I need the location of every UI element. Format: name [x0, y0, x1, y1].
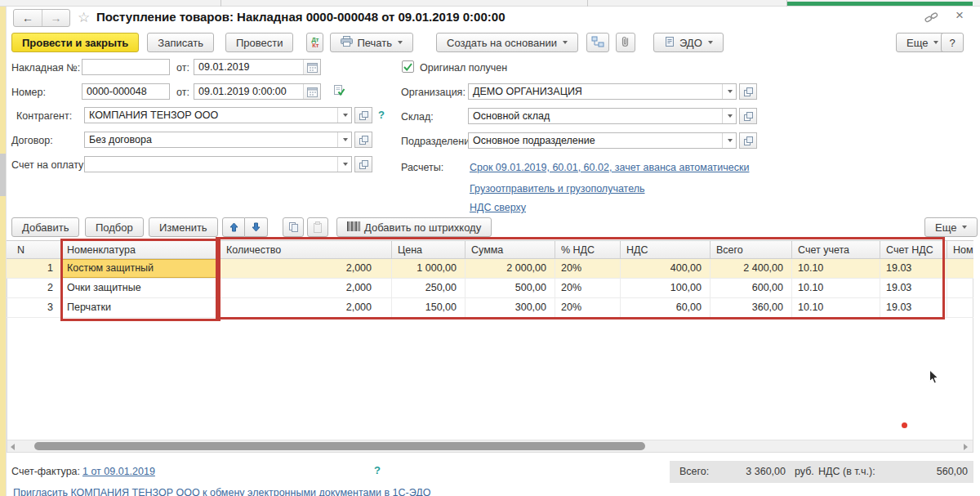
chevron-down-icon[interactable]	[722, 109, 736, 123]
post-and-close-button[interactable]: Провести и закрыть	[11, 33, 139, 52]
invoice-date-value[interactable]: 09.01.2019	[194, 61, 303, 73]
contract-open-button[interactable]	[354, 132, 372, 148]
edo-button[interactable]: ЭДО	[653, 33, 724, 52]
original-received-label[interactable]: Оригинал получен	[420, 62, 507, 74]
edit-button[interactable]: Изменить	[149, 217, 218, 237]
calendar-icon[interactable]	[303, 60, 320, 74]
pick-button[interactable]: Подбор	[85, 217, 144, 237]
scrollbar-thumb[interactable]	[34, 442, 645, 450]
number-field[interactable]: 0000-000048	[82, 83, 170, 100]
department-open-button[interactable]	[739, 132, 757, 149]
cell-vat-account[interactable]: 19.03	[880, 298, 947, 318]
move-down-button[interactable]	[245, 217, 268, 237]
cell-price[interactable]: 1 000,00	[392, 259, 466, 279]
chevron-down-icon[interactable]	[337, 157, 351, 172]
counterparty-open-button[interactable]	[354, 107, 372, 123]
cell-vat[interactable]: 100,00	[621, 279, 710, 298]
cell-nomenclature-selected[interactable]: Костюм защитный	[61, 259, 220, 279]
back-button[interactable]: ←	[14, 10, 42, 26]
move-up-button[interactable]	[222, 217, 245, 237]
department-value[interactable]: Основное подразделение	[469, 135, 722, 146]
invoice-date-field[interactable]: 09.01.2019	[194, 59, 321, 75]
cell-sum[interactable]: 2 000,00	[466, 259, 555, 279]
paste-rows-button[interactable]	[307, 217, 328, 237]
cell-account[interactable]: 10.10	[792, 298, 880, 318]
cell-sum[interactable]: 500,00	[466, 279, 555, 298]
cell-n[interactable]: 1	[7, 259, 61, 279]
write-button[interactable]: Записать	[147, 33, 214, 52]
doc-datetime-value[interactable]: 09.01.2019 0:00:00	[194, 86, 303, 97]
get-link-icon[interactable]	[924, 11, 938, 26]
cell-account[interactable]: 10.10	[792, 279, 880, 298]
warehouse-open-button[interactable]	[739, 108, 757, 124]
cell-price[interactable]: 150,00	[392, 298, 466, 318]
scroll-left-icon[interactable]	[11, 444, 15, 450]
calendar-icon[interactable]	[303, 84, 320, 99]
edo-invite-link[interactable]: Пригласить КОМПАНИЯ ТЕНЗОР ООО к обмену …	[13, 487, 430, 496]
help-button[interactable]: ?	[941, 33, 964, 52]
add-by-barcode-button[interactable]: Добавить по штрихкоду	[336, 217, 492, 237]
payment-invoice-open-button[interactable]	[354, 156, 372, 172]
more-button-table[interactable]: Еще	[924, 217, 978, 237]
cell-total[interactable]: 2 400,00	[710, 259, 792, 279]
cell-nomenclature[interactable]: Перчатки	[61, 298, 220, 318]
warehouse-combobox[interactable]: Основной склад	[468, 108, 737, 124]
cell-quantity[interactable]: 2,000	[220, 298, 392, 318]
cell-vat-account[interactable]: 19.03	[880, 259, 947, 279]
doc-datetime-field[interactable]: 09.01.2019 0:00:00	[194, 83, 321, 100]
add-row-button[interactable]: Добавить	[11, 217, 79, 237]
scroll-right-icon[interactable]	[964, 444, 968, 450]
original-received-checkbox[interactable]	[402, 60, 414, 73]
print-button[interactable]: Печать	[330, 33, 413, 52]
counterparty-help-link[interactable]: ?	[378, 109, 385, 121]
counterparty-value[interactable]: КОМПАНИЯ ТЕНЗОР ООО	[85, 109, 337, 121]
cell-n[interactable]: 2	[7, 279, 61, 298]
department-combobox[interactable]: Основное подразделение	[468, 132, 737, 149]
cell-vat[interactable]: 60,00	[621, 298, 710, 318]
related-documents-button[interactable]	[586, 33, 609, 52]
chevron-down-icon[interactable]	[337, 108, 351, 123]
cell-total[interactable]: 360,00	[710, 298, 792, 318]
contract-value[interactable]: Без договора	[85, 134, 337, 145]
dtkt-postings-button[interactable]: ДтКт	[306, 33, 323, 52]
copy-rows-button[interactable]	[283, 217, 304, 237]
cell-vat-percent[interactable]: 20%	[555, 259, 621, 279]
cell-vat-percent[interactable]: 20%	[555, 279, 621, 298]
payment-invoice-combobox[interactable]	[84, 156, 352, 172]
organization-combobox[interactable]: ДЕМО ОРГАНИЗАЦИЯ	[468, 83, 737, 100]
favorite-star-icon[interactable]: ☆	[78, 9, 90, 26]
cell-vat[interactable]: 400,00	[621, 259, 710, 279]
cell-clipped[interactable]	[947, 298, 973, 318]
cell-vat-account[interactable]: 19.03	[880, 279, 947, 298]
cell-price[interactable]: 250,00	[392, 279, 466, 298]
attachments-button[interactable]	[616, 33, 635, 52]
cell-quantity[interactable]: 2,000	[220, 259, 392, 279]
cell-total[interactable]: 600,00	[710, 279, 792, 298]
cell-account[interactable]: 10.10	[792, 259, 880, 279]
cell-sum[interactable]: 300,00	[466, 298, 555, 318]
consignor-consignee-link[interactable]: Грузоотправитель и грузополучатель	[470, 183, 645, 194]
cell-n[interactable]: 3	[7, 298, 61, 318]
document-posted-check-icon[interactable]	[333, 84, 346, 100]
invoice-factura-link[interactable]: 1 от 09.01.2019	[82, 466, 155, 477]
create-on-basis-button[interactable]: Создать на основании	[436, 33, 578, 52]
cell-nomenclature[interactable]: Очки защитные	[61, 279, 220, 298]
close-icon[interactable]: ×	[956, 9, 964, 22]
organization-value[interactable]: ДЕМО ОРГАНИЗАЦИЯ	[469, 86, 722, 97]
chevron-down-icon[interactable]	[337, 132, 351, 147]
invoice-number-field[interactable]	[82, 59, 170, 75]
cell-clipped[interactable]	[947, 279, 973, 298]
settlements-terms-link[interactable]: Срок 09.01.2019, 60.01, 60.02, зачет ава…	[470, 162, 749, 173]
cell-quantity[interactable]: 2,000	[220, 279, 392, 298]
forward-button[interactable]: →	[42, 10, 69, 26]
counterparty-combobox[interactable]: КОМПАНИЯ ТЕНЗОР ООО	[84, 107, 352, 123]
chevron-down-icon[interactable]	[722, 133, 736, 148]
vat-on-top-link[interactable]: НДС сверху	[470, 202, 526, 213]
cell-vat-percent[interactable]: 20%	[555, 298, 621, 318]
warehouse-value[interactable]: Основной склад	[469, 110, 722, 122]
footer-help-link[interactable]: ?	[374, 464, 381, 476]
cell-clipped[interactable]	[947, 259, 973, 279]
post-button[interactable]: Провести	[225, 33, 294, 52]
contract-combobox[interactable]: Без договора	[84, 132, 352, 148]
organization-open-button[interactable]	[739, 83, 757, 100]
